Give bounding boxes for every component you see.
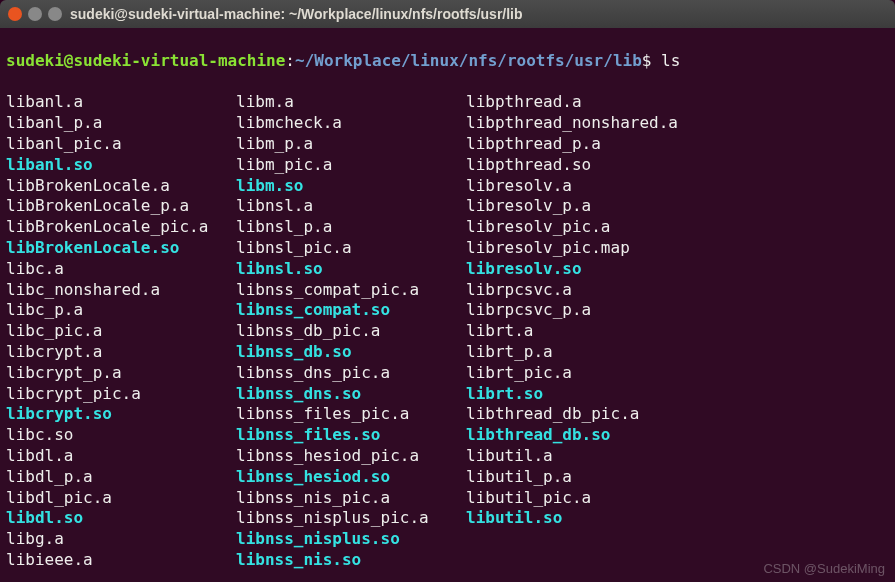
file-entry: libBrokenLocale.a	[6, 176, 170, 195]
terminal-body[interactable]: sudeki@sudeki-virtual-machine:~/Workplac…	[0, 28, 895, 582]
list-row: libBrokenLocale.solibnsl_pic.alibresolv_…	[6, 238, 891, 259]
typed-command: ls	[661, 51, 680, 70]
file-entry: librpcsvc.a	[466, 280, 572, 299]
file-entry: libnss_compat.so	[236, 300, 390, 319]
file-entry: libBrokenLocale.so	[6, 238, 179, 257]
file-entry: libresolv_pic.map	[466, 238, 630, 257]
file-entry: libutil.so	[466, 508, 562, 527]
file-entry: libutil_p.a	[466, 467, 572, 486]
close-icon[interactable]	[8, 7, 22, 21]
file-entry: libcrypt_p.a	[6, 363, 122, 382]
file-entry: libnss_dns_pic.a	[236, 363, 390, 382]
file-entry: libnss_hesiod_pic.a	[236, 446, 419, 465]
list-row: libBrokenLocale_pic.alibnsl_p.alibresolv…	[6, 217, 891, 238]
file-entry: libnsl.so	[236, 259, 323, 278]
file-entry: libnss_nis_pic.a	[236, 488, 390, 507]
window-titlebar: sudeki@sudeki-virtual-machine: ~/Workpla…	[0, 0, 895, 28]
prompt-path: ~/Workplace/linux/nfs/rootfs/usr/lib	[295, 51, 642, 70]
list-row: libdl.alibnss_hesiod_pic.alibutil.a	[6, 446, 891, 467]
file-entry: libc.so	[6, 425, 73, 444]
file-entry: libBrokenLocale_pic.a	[6, 217, 208, 236]
file-entry: libnss_compat_pic.a	[236, 280, 419, 299]
list-row: libcrypt.alibnss_db.solibrt_p.a	[6, 342, 891, 363]
file-entry: libBrokenLocale_p.a	[6, 196, 189, 215]
list-row: libc_p.alibnss_compat.solibrpcsvc_p.a	[6, 300, 891, 321]
file-entry: libutil.a	[466, 446, 553, 465]
file-entry: libnss_files_pic.a	[236, 404, 409, 423]
ls-output: libanl.alibm.alibpthread.alibanl_p.alibm…	[6, 92, 891, 570]
list-row: libanl.solibm_pic.alibpthread.so	[6, 155, 891, 176]
file-entry: libutil_pic.a	[466, 488, 591, 507]
prompt-user: sudeki@sudeki-virtual-machine	[6, 51, 285, 70]
list-row: libdl_p.alibnss_hesiod.solibutil_p.a	[6, 467, 891, 488]
file-entry: libdl.so	[6, 508, 83, 527]
file-entry: libieee.a	[6, 550, 93, 569]
file-entry: libpthread_p.a	[466, 134, 601, 153]
file-entry: libc.a	[6, 259, 64, 278]
list-row: libanl.alibm.alibpthread.a	[6, 92, 891, 113]
list-row: libc_nonshared.alibnss_compat_pic.alibrp…	[6, 280, 891, 301]
file-entry: libmcheck.a	[236, 113, 342, 132]
file-entry: libnss_nisplus.so	[236, 529, 400, 548]
file-entry: libthread_db_pic.a	[466, 404, 639, 423]
file-entry: libthread_db.so	[466, 425, 611, 444]
file-entry: librt_p.a	[466, 342, 553, 361]
file-entry: libcrypt.a	[6, 342, 102, 361]
list-row: libcrypt_p.alibnss_dns_pic.alibrt_pic.a	[6, 363, 891, 384]
file-entry: libc_nonshared.a	[6, 280, 160, 299]
file-entry: libnsl.a	[236, 196, 313, 215]
file-entry: libresolv.a	[466, 176, 572, 195]
window-title: sudeki@sudeki-virtual-machine: ~/Workpla…	[70, 5, 523, 23]
prompt-symbol: $	[642, 51, 661, 70]
file-entry: libnss_db_pic.a	[236, 321, 381, 340]
file-entry: libanl_p.a	[6, 113, 102, 132]
prompt-colon: :	[285, 51, 295, 70]
file-entry: libnss_hesiod.so	[236, 467, 390, 486]
file-entry: libnss_db.so	[236, 342, 352, 361]
list-row: libieee.alibnss_nis.so	[6, 550, 891, 571]
file-entry: librt_pic.a	[466, 363, 572, 382]
list-row: libc.alibnsl.solibresolv.so	[6, 259, 891, 280]
file-entry: libdl_pic.a	[6, 488, 112, 507]
file-entry: libnss_files.so	[236, 425, 381, 444]
file-entry: libm.so	[236, 176, 303, 195]
file-entry: libnss_dns.so	[236, 384, 361, 403]
file-entry: libcrypt.so	[6, 404, 112, 423]
file-entry: libpthread_nonshared.a	[466, 113, 678, 132]
file-entry: libnsl_p.a	[236, 217, 332, 236]
list-row: libcrypt.solibnss_files_pic.alibthread_d…	[6, 404, 891, 425]
prompt-line-1: sudeki@sudeki-virtual-machine:~/Workplac…	[6, 51, 891, 72]
file-entry: libc_p.a	[6, 300, 83, 319]
file-entry: libg.a	[6, 529, 64, 548]
file-entry: libnsl_pic.a	[236, 238, 352, 257]
list-row: libcrypt_pic.alibnss_dns.solibrt.so	[6, 384, 891, 405]
list-row: libanl_pic.alibm_p.alibpthread_p.a	[6, 134, 891, 155]
list-row: libc_pic.alibnss_db_pic.alibrt.a	[6, 321, 891, 342]
file-entry: libresolv.so	[466, 259, 582, 278]
file-entry: libresolv_p.a	[466, 196, 591, 215]
list-row: libBrokenLocale.alibm.solibresolv.a	[6, 176, 891, 197]
file-entry: libnss_nis.so	[236, 550, 361, 569]
file-entry: librt.so	[466, 384, 543, 403]
file-entry: librpcsvc_p.a	[466, 300, 591, 319]
file-entry: libanl.a	[6, 92, 83, 111]
file-entry: libm_pic.a	[236, 155, 332, 174]
list-row: libg.alibnss_nisplus.so	[6, 529, 891, 550]
minimize-icon[interactable]	[28, 7, 42, 21]
file-entry: libpthread.a	[466, 92, 582, 111]
file-entry: libdl_p.a	[6, 467, 93, 486]
maximize-icon[interactable]	[48, 7, 62, 21]
file-entry: libc_pic.a	[6, 321, 102, 340]
file-entry: libcrypt_pic.a	[6, 384, 141, 403]
list-row: libc.solibnss_files.solibthread_db.so	[6, 425, 891, 446]
file-entry: libanl_pic.a	[6, 134, 122, 153]
list-row: libdl.solibnss_nisplus_pic.alibutil.so	[6, 508, 891, 529]
window-buttons	[8, 7, 62, 21]
list-row: libanl_p.alibmcheck.alibpthread_nonshare…	[6, 113, 891, 134]
file-entry: libanl.so	[6, 155, 93, 174]
file-entry: libpthread.so	[466, 155, 591, 174]
file-entry: libm_p.a	[236, 134, 313, 153]
file-entry: libm.a	[236, 92, 294, 111]
list-row: libdl_pic.alibnss_nis_pic.alibutil_pic.a	[6, 488, 891, 509]
list-row: libBrokenLocale_p.alibnsl.alibresolv_p.a	[6, 196, 891, 217]
